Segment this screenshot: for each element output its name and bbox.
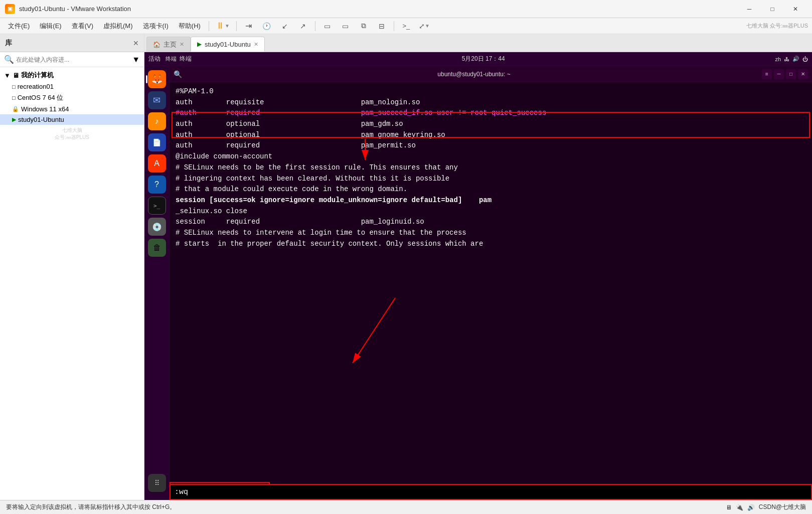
menu-view[interactable]: 查看(V) bbox=[68, 20, 97, 33]
tab-ubuntu-label: study01-Ubuntu bbox=[205, 41, 251, 48]
vm-tree: ▼ 🖥 我的计算机 □ recreation01 □ CentOS 7 64 位… bbox=[0, 67, 144, 500]
tab-ubuntu-close[interactable]: ✕ bbox=[254, 41, 258, 48]
menu-edit[interactable]: 编辑(E) bbox=[36, 20, 65, 33]
tree-item-recreation01[interactable]: □ recreation01 bbox=[0, 81, 144, 92]
tree-item-mypc[interactable]: ▼ 🖥 我的计算机 bbox=[0, 69, 144, 81]
tree-item-centos[interactable]: □ CentOS 7 64 位 bbox=[0, 92, 144, 104]
status-text: 要将输入定向到该虚拟机，请将鼠标指针移入其中或按 Ctrl+G。 bbox=[6, 503, 176, 511]
system-clock: 5月20日 17：44 bbox=[192, 55, 775, 63]
close-button[interactable]: ✕ bbox=[784, 2, 807, 17]
tree-label: 我的计算机 bbox=[21, 71, 54, 80]
search-icon: 🔍 bbox=[4, 55, 14, 64]
window-title: study01-Ubuntu - VMware Workstation bbox=[19, 5, 734, 13]
dock-disk[interactable]: 💿 bbox=[148, 218, 166, 236]
network-status-icon: 🔌 bbox=[736, 504, 743, 511]
terminal-app-name: 终端 bbox=[180, 55, 192, 63]
ubuntu-dock: 🦊 ✉ ♪ 📄 A ? >_ bbox=[144, 66, 170, 500]
toolbar-view2-btn[interactable]: ▭ bbox=[338, 19, 354, 33]
dock-terminal[interactable]: >_ bbox=[148, 197, 166, 215]
code-line-4: auth optional pam_gdm.so bbox=[176, 119, 806, 130]
vm-display[interactable]: 活动 终端 终端 5月20日 17：44 zh 🖧 🔊 ⏻ 🦊 ✉ ♪ bbox=[144, 52, 812, 500]
system-tray: zh 🖧 🔊 ⏻ bbox=[775, 56, 808, 62]
sidebar-watermark: 七维大脑众号:㎜器PLUS bbox=[0, 125, 144, 143]
maximize-button[interactable]: □ bbox=[761, 2, 784, 17]
terminal-maximize-button[interactable]: □ bbox=[786, 69, 796, 79]
vm-icon: □ bbox=[12, 84, 16, 90]
code-line-8: # SELinux needs to be the first session … bbox=[176, 162, 806, 174]
terminal-close-button[interactable]: ✕ bbox=[798, 69, 808, 79]
vm-icon-status: 🖥 bbox=[726, 504, 732, 511]
ubuntu-topbar: 活动 终端 终端 5月20日 17：44 zh 🖧 🔊 ⏻ bbox=[144, 52, 812, 66]
code-line-7: @include common-account bbox=[176, 151, 806, 162]
terminal-window: 🔍 ubuntu@study01-ubuntu: ~ ≡ ─ □ ✕ #%PAM… bbox=[170, 66, 812, 500]
toolbar-snapshot-btn[interactable]: 🕐 bbox=[259, 19, 275, 33]
menu-tab[interactable]: 选项卡(I) bbox=[139, 20, 173, 33]
content-area: 🏠 主页 ✕ ▶ study01-Ubuntu ✕ 活动 终端 终端 5月20日… bbox=[144, 34, 812, 500]
tree-label: CentOS 7 64 位 bbox=[18, 93, 64, 102]
code-line-12: _selinux.so close bbox=[176, 206, 806, 217]
toolbar-sep2 bbox=[236, 21, 237, 31]
vm-icon: ▶ bbox=[12, 116, 16, 123]
toolbar-view4-btn[interactable]: ⊟ bbox=[374, 19, 390, 33]
dock-rhythmbox[interactable]: ♪ bbox=[148, 112, 166, 130]
menu-help[interactable]: 帮助(H) bbox=[175, 20, 205, 33]
code-line-15: # starts in the proper default security … bbox=[176, 239, 806, 250]
toolbar-snapshot2-btn[interactable]: ↙ bbox=[277, 19, 293, 33]
activities-label[interactable]: 活动 bbox=[148, 55, 160, 63]
toolbar-separator bbox=[209, 21, 209, 31]
minimize-button[interactable]: ─ bbox=[738, 2, 761, 17]
code-line-5: auth optional pam_gnome_keyring.so bbox=[176, 130, 806, 141]
dock-files[interactable]: 📄 bbox=[148, 133, 166, 151]
menu-vm[interactable]: 虚拟机(M) bbox=[99, 20, 137, 33]
lang-indicator: zh bbox=[775, 56, 781, 62]
dock-trash[interactable]: 🗑 bbox=[148, 239, 166, 257]
menubar: 文件(E) 编辑(E) 查看(V) 虚拟机(M) 选项卡(I) 帮助(H) ⏸ … bbox=[0, 18, 812, 34]
menu-file[interactable]: 文件(E) bbox=[4, 20, 34, 33]
power-icon: ⏻ bbox=[802, 56, 808, 62]
dock-app-grid[interactable]: ⠿ bbox=[148, 474, 166, 492]
ubuntu-icon: ▶ bbox=[197, 41, 202, 48]
code-line-11: session [success=ok ignore=ignore module… bbox=[176, 195, 806, 206]
terminal-title: ubuntu@study01-ubuntu: ~ bbox=[186, 71, 762, 78]
toolbar-console-btn[interactable]: >_ bbox=[398, 19, 414, 33]
vm-icon: 🔒 bbox=[12, 106, 19, 112]
toolbar-view1-btn[interactable]: ▭ bbox=[319, 19, 336, 33]
tree-label: study01-Ubuntu bbox=[18, 116, 64, 123]
home-icon: 🏠 bbox=[153, 41, 160, 48]
vim-command-line: :wq bbox=[170, 484, 812, 500]
watermark-text: 七维大脑 众号:㎜器PLUS bbox=[746, 22, 808, 30]
tree-label: recreation01 bbox=[18, 83, 54, 90]
dock-mail[interactable]: ✉ bbox=[148, 91, 166, 109]
sidebar: 库 ✕ 🔍 ▼ ▼ 🖥 我的计算机 □ recreation01 □ CentO… bbox=[0, 34, 144, 500]
search-input[interactable] bbox=[16, 56, 130, 63]
tree-label: Windows 11 x64 bbox=[21, 105, 69, 113]
dock-help[interactable]: ? bbox=[148, 176, 166, 194]
terminal-search-icon[interactable]: 🔍 bbox=[174, 70, 182, 78]
statusbar-right: 🖥 🔌 🔊 CSDN@七维大脑 bbox=[726, 503, 806, 511]
tab-ubuntu[interactable]: ▶ study01-Ubuntu ✕ bbox=[191, 37, 265, 52]
app-icon: ▣ bbox=[5, 4, 15, 14]
tree-item-windows11[interactable]: 🔒 Windows 11 x64 bbox=[0, 104, 144, 114]
code-line-1: #%PAM-1.0 bbox=[176, 86, 806, 97]
search-dropdown-icon[interactable]: ▼ bbox=[132, 55, 140, 64]
toolbar-expand-btn[interactable]: ⤢ ▼ bbox=[416, 19, 432, 33]
code-line-6: auth required pam_permit.so bbox=[176, 140, 806, 151]
terminal-content: #%PAM-1.0 auth requisite pam_nologin.so … bbox=[170, 82, 812, 500]
library-title: 库 bbox=[5, 39, 12, 48]
sidebar-close-button[interactable]: ✕ bbox=[133, 39, 139, 47]
terminal-controls: ≡ ─ □ ✕ bbox=[762, 69, 808, 79]
toolbar-snapshot3-btn[interactable]: ↗ bbox=[295, 19, 311, 33]
tree-item-ubuntu[interactable]: ▶ study01-Ubuntu bbox=[0, 114, 144, 125]
dock-software[interactable]: A bbox=[148, 154, 166, 173]
svg-line-3 bbox=[353, 298, 395, 363]
pause-button[interactable]: ⏸ ▼ bbox=[213, 19, 232, 33]
tab-home-label: 主页 bbox=[164, 40, 177, 49]
tab-home-close[interactable]: ✕ bbox=[180, 41, 184, 48]
dock-firefox[interactable]: 🦊 bbox=[148, 70, 166, 88]
toolbar-view3-btn[interactable]: ⧉ bbox=[356, 19, 372, 33]
terminal-menu-icon[interactable]: ≡ bbox=[762, 69, 772, 79]
terminal-minimize-button[interactable]: ─ bbox=[774, 69, 784, 79]
toolbar-display-btn[interactable]: ⇥ bbox=[241, 19, 257, 33]
expand-icon: ▼ bbox=[4, 72, 11, 79]
tab-home[interactable]: 🏠 主页 ✕ bbox=[146, 37, 191, 52]
